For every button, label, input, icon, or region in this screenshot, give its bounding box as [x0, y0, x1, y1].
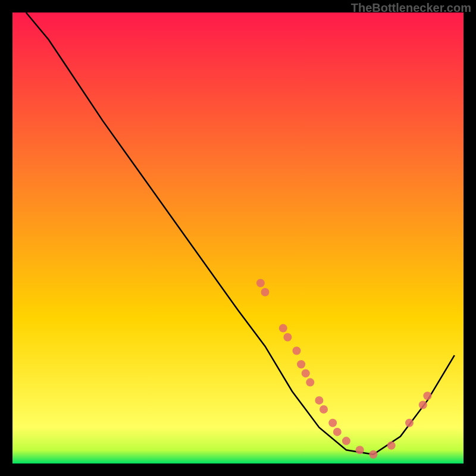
data-marker — [320, 405, 328, 414]
data-marker — [423, 392, 431, 400]
data-marker — [306, 378, 314, 387]
watermark-text: TheBottlenecker.com — [351, 1, 471, 15]
bottleneck-chart: TheBottlenecker.com — [0, 0, 476, 476]
data-marker — [279, 324, 287, 333]
chart-background — [12, 12, 464, 464]
data-marker — [342, 437, 350, 445]
data-marker — [256, 279, 265, 287]
data-marker — [419, 401, 427, 409]
data-marker — [387, 441, 396, 450]
data-marker — [405, 419, 414, 427]
data-marker — [283, 333, 292, 342]
data-marker — [369, 450, 377, 459]
data-marker — [302, 369, 310, 377]
chart-canvas — [0, 0, 476, 476]
data-marker — [333, 428, 342, 436]
data-marker — [328, 419, 337, 427]
data-marker — [293, 347, 301, 355]
data-marker — [297, 360, 305, 368]
data-marker — [261, 288, 270, 296]
data-marker — [315, 396, 323, 405]
data-marker — [356, 446, 364, 454]
